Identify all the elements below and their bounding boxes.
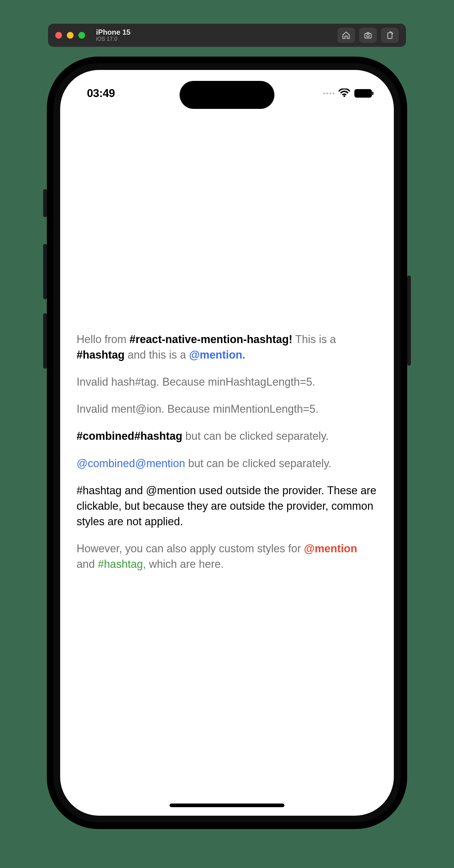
text: and this is a [125,348,189,361]
paragraph-3: Invalid ment@ion. Because minMentionLeng… [76,401,378,417]
volume-up-button[interactable] [43,244,47,299]
simulator-actions [337,28,399,43]
paragraph-4: #combined#hashtag but can be clicked sep… [76,428,378,444]
volume-down-button[interactable] [43,313,47,369]
mention-link[interactable]: @mention. [189,348,245,361]
text: but can be clicked separately. [185,457,331,470]
camera-icon [364,31,372,39]
text: and [76,558,98,570]
home-icon [342,31,350,39]
paragraph-2: Invalid hash#tag. Because minHashtagLeng… [76,374,378,390]
svg-point-3 [344,95,345,97]
rotate-button[interactable] [381,28,399,43]
screenshot-button[interactable] [359,28,377,43]
silence-switch[interactable] [43,189,47,217]
simulator-title: iPhone 15 iOS 17.0 [96,28,130,42]
text: However, you can also apply custom style… [76,542,304,555]
paragraph-1: Hello from #react-native-mention-hashtag… [76,332,378,363]
text: This is a [292,333,336,345]
minimize-window-button[interactable] [67,32,73,39]
hashtag-link[interactable]: #hashtag [76,348,125,361]
status-bar: 03:49 [60,84,394,103]
phone-bezel: 03:49 Hello from #react-native-mention-h… [54,63,400,823]
device-name: iPhone 15 [96,28,130,36]
home-indicator[interactable] [169,804,285,807]
mention-link[interactable]: @combined@mention [76,457,185,470]
close-window-button[interactable] [55,32,62,39]
text: but can be clicked separately. [182,430,329,442]
power-button[interactable] [407,276,411,366]
text: Hello from [76,333,129,345]
hashtag-link[interactable]: #react-native-mention-hashtag! [129,333,292,345]
app-content: Hello from #react-native-mention-hashtag… [76,332,378,583]
svg-rect-2 [388,33,392,39]
paragraph-7: However, you can also apply custom style… [76,541,378,572]
hashtag-link[interactable]: #combined#hashtag [76,430,182,442]
hashtag-link[interactable]: #hashtag, [98,558,146,570]
os-version: iOS 17.0 [96,36,130,42]
status-indicators [323,89,372,98]
paragraph-5: @combined@mention but can be clicked sep… [76,456,378,471]
phone-frame: 03:49 Hello from #react-native-mention-h… [47,57,407,829]
rotate-icon [386,31,394,39]
text: which are here. [146,558,224,570]
mention-link[interactable]: @mention [304,542,357,555]
svg-point-1 [367,35,369,37]
phone-screen: 03:49 Hello from #react-native-mention-h… [60,70,394,816]
simulator-toolbar: iPhone 15 iOS 17.0 [48,24,406,47]
wifi-icon [338,89,350,98]
cellular-icon [323,92,334,94]
home-button[interactable] [337,28,355,43]
paragraph-6: #hashtag and @mention used outside the p… [76,483,378,529]
window-controls [55,32,85,39]
fullscreen-window-button[interactable] [78,32,85,39]
battery-icon [354,89,372,98]
status-time: 03:49 [87,87,115,100]
